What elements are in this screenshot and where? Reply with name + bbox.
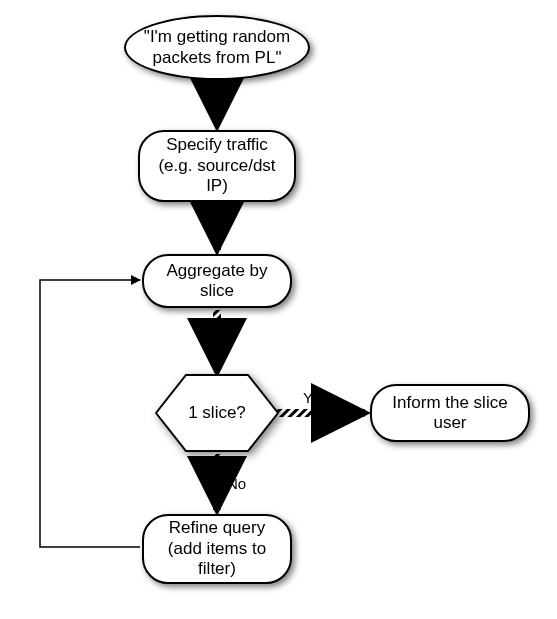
yes-label: Yes xyxy=(303,389,327,406)
start-label: "I'm getting random packets from PL" xyxy=(138,27,296,68)
start-node: "I'm getting random packets from PL" xyxy=(124,15,310,80)
aggregate-label: Aggregate by slice xyxy=(156,261,278,302)
inform-label: Inform the slice user xyxy=(384,393,516,434)
specify-node: Specify traffic (e.g. source/dst IP) xyxy=(138,130,296,202)
refine-node: Refine query (add items to filter) xyxy=(142,514,292,584)
aggregate-node: Aggregate by slice xyxy=(142,254,292,308)
decision-node: 1 slice? xyxy=(155,374,279,452)
refine-label: Refine query (add items to filter) xyxy=(156,518,278,579)
inform-node: Inform the slice user xyxy=(370,384,530,442)
decision-label: 1 slice? xyxy=(188,403,246,423)
no-label: No xyxy=(227,475,246,492)
specify-label: Specify traffic (e.g. source/dst IP) xyxy=(152,135,282,196)
